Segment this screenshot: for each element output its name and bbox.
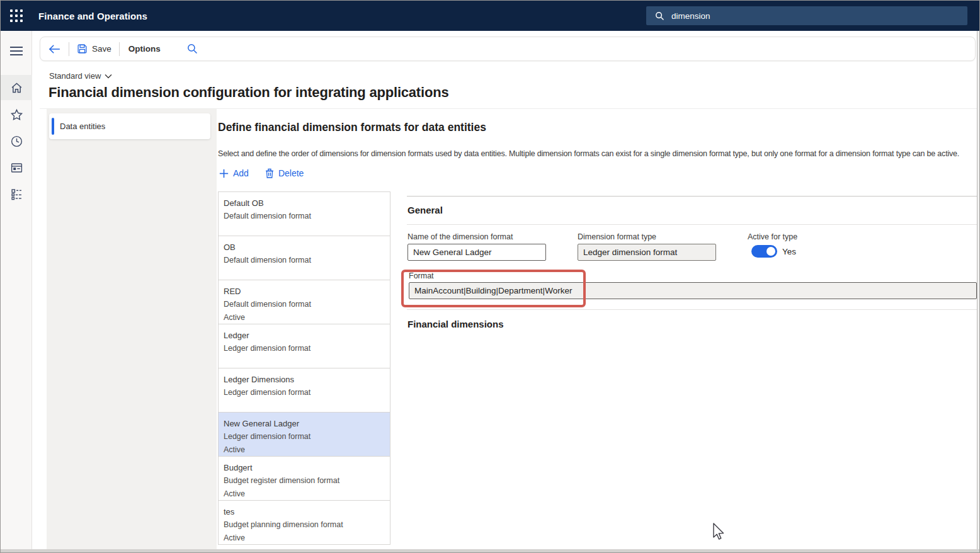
- format-type: Ledger dimension format: [224, 386, 385, 399]
- workspaces-icon: [10, 161, 23, 174]
- delete-button[interactable]: Delete: [265, 168, 304, 178]
- global-search-box[interactable]: [646, 6, 967, 25]
- format-status: Active: [224, 487, 385, 501]
- add-button[interactable]: Add: [219, 168, 249, 178]
- clock-icon: [10, 135, 23, 148]
- format-type: Default dimension format: [224, 298, 385, 311]
- general-section-title: General: [407, 205, 443, 215]
- format-list-item[interactable]: tes Budget planning dimension format Act…: [219, 501, 390, 545]
- plus-icon: [219, 169, 229, 178]
- rail-item-recent[interactable]: [1, 128, 32, 154]
- save-floppy-icon: [77, 43, 88, 54]
- format-list-item[interactable]: Ledger Ledger dimension format: [219, 324, 390, 368]
- active-toggle-value: Yes: [782, 247, 796, 256]
- waffle-icon: [10, 9, 23, 22]
- format-name: Ledger: [224, 329, 385, 342]
- back-arrow-icon: [48, 43, 61, 55]
- format-name: Default OB: [224, 197, 385, 210]
- financial-dimensions-section-title: Financial dimensions: [407, 319, 504, 329]
- save-button[interactable]: Save: [69, 37, 119, 60]
- rail-item-home[interactable]: [1, 75, 32, 100]
- dimension-format-list: Default OB Default dimension format OB D…: [218, 191, 390, 545]
- options-button[interactable]: Options: [120, 37, 169, 60]
- name-field-input[interactable]: [407, 244, 546, 261]
- format-type: Ledger dimension format: [224, 342, 385, 355]
- vertical-tab-panel: Data entities: [47, 109, 217, 549]
- format-type: Budget register dimension format: [224, 474, 385, 487]
- format-field-label: Format: [409, 271, 434, 280]
- list-action-bar: Add Delete: [219, 168, 304, 178]
- format-list-item-selected[interactable]: New General Ladger Ledger dimension form…: [219, 413, 390, 457]
- home-icon: [10, 81, 23, 94]
- hamburger-icon: [9, 46, 23, 56]
- format-type: Ledger dimension format: [224, 430, 385, 443]
- app-launcher-button[interactable]: [6, 5, 27, 26]
- format-name: tes: [224, 506, 385, 518]
- section-description: Select and define the order of dimension…: [218, 149, 959, 158]
- format-list-item[interactable]: OB Default dimension format: [219, 236, 390, 280]
- format-field-input: [409, 282, 977, 299]
- format-status: Active: [224, 532, 385, 545]
- active-field-label: Active for type: [748, 232, 797, 241]
- format-list-item[interactable]: RED Default dimension format Active: [219, 280, 390, 324]
- format-name: RED: [224, 285, 385, 298]
- top-navigation-bar: Finance and Operations: [1, 1, 979, 31]
- type-field-label: Dimension format type: [578, 232, 656, 241]
- tab-data-entities-label: Data entities: [60, 122, 105, 131]
- delete-button-label: Delete: [278, 168, 304, 178]
- save-button-label: Save: [92, 44, 111, 54]
- back-button[interactable]: [40, 37, 69, 60]
- mouse-cursor: [711, 522, 726, 542]
- format-status: Active: [224, 311, 385, 324]
- format-status: Active: [224, 443, 385, 457]
- format-type: Budget planning dimension format: [224, 518, 385, 532]
- active-toggle[interactable]: [751, 245, 777, 258]
- trash-icon: [265, 168, 274, 178]
- rail-item-favorites[interactable]: [1, 102, 32, 127]
- format-name: OB: [224, 241, 385, 254]
- rail-item-workspaces[interactable]: [1, 155, 32, 180]
- tab-data-entities[interactable]: Data entities: [49, 113, 210, 139]
- format-list-item[interactable]: Ledger Dimensions Ledger dimension forma…: [219, 368, 390, 413]
- format-name: Ledger Dimensions: [224, 373, 385, 386]
- add-button-label: Add: [233, 168, 249, 178]
- chevron-down-icon: [105, 74, 112, 79]
- action-pane-toolbar: Save Options: [40, 37, 976, 61]
- format-list-item[interactable]: Budgert Budget register dimension format…: [219, 457, 390, 501]
- rail-item-modules[interactable]: [1, 181, 32, 207]
- page-title: Financial dimension configuration for in…: [48, 84, 448, 101]
- app-window: Finance and Operations: [0, 0, 980, 553]
- vertical-scrollbar-track[interactable]: [977, 31, 980, 549]
- navigation-rail: [1, 31, 32, 549]
- toggle-knob: [766, 247, 775, 256]
- selected-tab-indicator: [52, 118, 54, 135]
- format-list-item[interactable]: Default OB Default dimension format: [219, 192, 390, 236]
- search-icon: [655, 11, 664, 21]
- hamburger-menu-button[interactable]: [1, 38, 32, 64]
- format-type: Default dimension format: [224, 254, 385, 267]
- name-field-label: Name of the dimension format: [407, 232, 513, 241]
- view-selector-label: Standard view: [49, 71, 101, 81]
- section-divider: [407, 309, 977, 310]
- type-field-input: [578, 244, 716, 261]
- options-button-label: Options: [128, 44, 161, 54]
- search-icon: [187, 43, 198, 54]
- view-selector[interactable]: Standard view: [49, 71, 112, 81]
- toolbar-search-button[interactable]: [179, 37, 205, 60]
- section-divider: [407, 224, 977, 225]
- app-title: Finance and Operations: [38, 11, 147, 21]
- format-name: Budgert: [224, 462, 385, 474]
- format-type: Default dimension format: [224, 210, 385, 223]
- star-icon: [10, 108, 23, 122]
- format-name: New General Ladger: [224, 418, 385, 430]
- section-divider: [407, 196, 977, 197]
- global-search-input[interactable]: [670, 11, 943, 21]
- section-heading: Define financial dimension formats for d…: [218, 121, 486, 134]
- horizontal-scrollbar-track[interactable]: [1, 549, 980, 553]
- modules-icon: [10, 188, 23, 201]
